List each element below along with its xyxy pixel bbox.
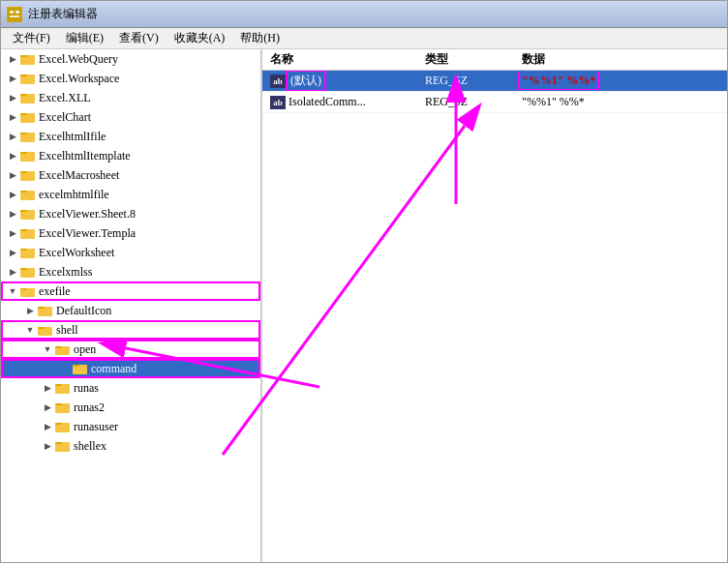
folder-icon bbox=[73, 362, 88, 375]
tree-item-excelworkspace[interactable]: ▶ Excel.Workspace bbox=[1, 69, 260, 88]
folder-icon bbox=[20, 52, 36, 66]
svg-rect-38 bbox=[73, 365, 79, 367]
tree-label: ExcelMacrosheet bbox=[39, 168, 119, 183]
tree-scroll[interactable]: ▶ Excel.WebQuery ▶ Excel.Workspace ▶ Exc… bbox=[1, 49, 260, 562]
tree-item-excelmhtmlfile[interactable]: ▶ excelmhtmlfile bbox=[1, 185, 260, 204]
expand-icon: ▶ bbox=[5, 206, 20, 222]
tree-label: Excel.XLL bbox=[39, 91, 91, 105]
folder-icon bbox=[20, 188, 36, 201]
tree-label: shell bbox=[56, 323, 78, 338]
tree-item-excelxll[interactable]: ▶ Excel.XLL bbox=[1, 88, 260, 107]
svg-rect-34 bbox=[38, 327, 45, 329]
svg-rect-44 bbox=[55, 423, 62, 425]
svg-rect-17 bbox=[20, 171, 27, 173]
expand-icon: ▶ bbox=[40, 400, 55, 415]
type-icon-ab: ab bbox=[270, 96, 286, 109]
tree-item-excelhtmlfile[interactable]: ▶ ExcelhtmlIfile bbox=[1, 127, 260, 146]
expand-icon: ▶ bbox=[40, 380, 55, 396]
tree-label: runas2 bbox=[74, 400, 105, 415]
tree-label: runas bbox=[74, 381, 99, 396]
window-title: 注册表编辑器 bbox=[28, 6, 98, 22]
tree-item-excelxmlss[interactable]: ▶ Excelxmlss bbox=[1, 262, 260, 282]
svg-rect-11 bbox=[20, 113, 27, 115]
tree-item-excelwebquery[interactable]: ▶ Excel.WebQuery bbox=[1, 49, 260, 69]
expand-icon: ▶ bbox=[5, 109, 20, 125]
tree-item-excelviewertempla[interactable]: ▶ ExcelViewer.Templa bbox=[1, 223, 260, 243]
tree-label: ExcelViewer.Templa bbox=[39, 226, 136, 241]
svg-rect-23 bbox=[20, 229, 27, 231]
menu-help[interactable]: 帮助(H) bbox=[232, 28, 288, 48]
tree-label: Excel.Workspace bbox=[39, 72, 119, 86]
tree-item-excelworksheet[interactable]: ▶ ExcelWorksheet bbox=[1, 243, 260, 262]
tree-item-excelchart[interactable]: ▶ ExcelChart bbox=[1, 107, 260, 127]
title-bar: 注册表编辑器 bbox=[1, 1, 727, 28]
content-area: ▶ Excel.WebQuery ▶ Excel.Workspace ▶ Exc… bbox=[1, 49, 727, 562]
tree-label: command bbox=[91, 362, 136, 376]
menu-bar: 文件(F) 编辑(E) 查看(V) 收藏夹(A) 帮助(H) bbox=[1, 28, 727, 49]
folder-icon-open bbox=[20, 284, 36, 298]
cell-name-default: ab (默认) bbox=[262, 71, 417, 91]
folder-icon bbox=[55, 439, 71, 453]
tree-label: open bbox=[74, 342, 96, 357]
tree-item-excelmacrosheet[interactable]: ▶ ExcelMacrosheet bbox=[1, 165, 260, 185]
tree-label: ExcelhtmlIfile bbox=[39, 130, 106, 144]
default-value-label: (默认) bbox=[288, 73, 323, 89]
tree-panel: ▶ Excel.WebQuery ▶ Excel.Workspace ▶ Exc… bbox=[1, 49, 262, 562]
cell-name-isolated: ab IsolatedComm... bbox=[262, 93, 417, 111]
tree-item-defaulticon[interactable]: ▶ DefaultIcon bbox=[1, 301, 260, 320]
tree-label: Excelxmlss bbox=[39, 265, 92, 280]
svg-rect-1 bbox=[10, 11, 14, 14]
tree-item-command[interactable]: command bbox=[1, 359, 260, 378]
tree-item-runas[interactable]: ▶ runas bbox=[1, 378, 260, 398]
tree-label: excelmhtmlfile bbox=[39, 188, 109, 202]
expand-icon: ▼ bbox=[5, 283, 20, 299]
isolated-label: IsolatedComm... bbox=[288, 95, 366, 109]
table-row[interactable]: ab IsolatedComm... REG_SZ "%%1" %%* bbox=[262, 92, 727, 113]
expand-icon: ▶ bbox=[40, 438, 55, 454]
expand-icon: ▼ bbox=[40, 341, 55, 357]
table-row[interactable]: ab (默认) REG_SZ "%%1" %%* bbox=[262, 71, 727, 92]
menu-file[interactable]: 文件(F) bbox=[5, 28, 58, 48]
tree-label: runasuser bbox=[74, 420, 118, 434]
app-icon bbox=[7, 7, 22, 22]
svg-rect-5 bbox=[20, 55, 27, 57]
folder-icon bbox=[20, 110, 36, 124]
expand-icon: ▶ bbox=[5, 51, 20, 67]
tree-item-shell[interactable]: ▼ shell bbox=[1, 320, 260, 340]
expand-icon: ▶ bbox=[5, 71, 20, 86]
cell-type-default: REG_SZ bbox=[417, 72, 514, 90]
table-header: 名称 类型 数据 bbox=[262, 49, 727, 71]
folder-icon bbox=[20, 246, 36, 259]
tree-item-excelviewersheet8[interactable]: ▶ ExcelViewer.Sheet.8 bbox=[1, 204, 260, 223]
svg-rect-21 bbox=[20, 210, 27, 212]
cell-data-default: "%%1" %%* bbox=[514, 72, 727, 90]
tree-item-runasuser[interactable]: ▶ runasuser bbox=[1, 417, 260, 436]
cell-type-isolated: REG_SZ bbox=[417, 93, 514, 111]
menu-favorites[interactable]: 收藏夹(A) bbox=[167, 28, 233, 48]
svg-rect-2 bbox=[15, 11, 19, 14]
svg-rect-3 bbox=[10, 15, 19, 17]
tree-item-exefile[interactable]: ▼ exefile bbox=[1, 282, 260, 301]
folder-icon bbox=[20, 226, 36, 240]
registry-editor-window: 注册表编辑器 文件(F) 编辑(E) 查看(V) 收藏夹(A) 帮助(H) ▶ … bbox=[0, 0, 728, 563]
folder-icon bbox=[55, 400, 71, 414]
svg-rect-9 bbox=[20, 94, 27, 96]
svg-rect-0 bbox=[8, 8, 21, 21]
expand-icon: ▶ bbox=[5, 264, 20, 280]
expand-icon: ▶ bbox=[40, 419, 55, 434]
svg-rect-27 bbox=[20, 268, 27, 270]
folder-icon bbox=[38, 304, 53, 317]
folder-icon bbox=[20, 207, 36, 221]
folder-icon bbox=[20, 72, 36, 85]
tree-item-runas2[interactable]: ▶ runas2 bbox=[1, 398, 260, 417]
menu-edit[interactable]: 编辑(E) bbox=[58, 28, 111, 48]
menu-view[interactable]: 查看(V) bbox=[111, 28, 167, 48]
expand-icon: ▶ bbox=[5, 225, 20, 241]
data-value-highlighted: "%%1" %%* bbox=[522, 74, 595, 87]
tree-item-shellex[interactable]: ▶ shellex bbox=[1, 436, 260, 456]
tree-item-open[interactable]: ▼ open bbox=[1, 340, 260, 359]
col-header-name: 名称 bbox=[262, 49, 417, 70]
tree-item-excelhtmltemplate[interactable]: ▶ ExcelhtmlItemplate bbox=[1, 146, 260, 165]
folder-icon bbox=[20, 265, 36, 279]
expand-icon bbox=[57, 361, 73, 376]
